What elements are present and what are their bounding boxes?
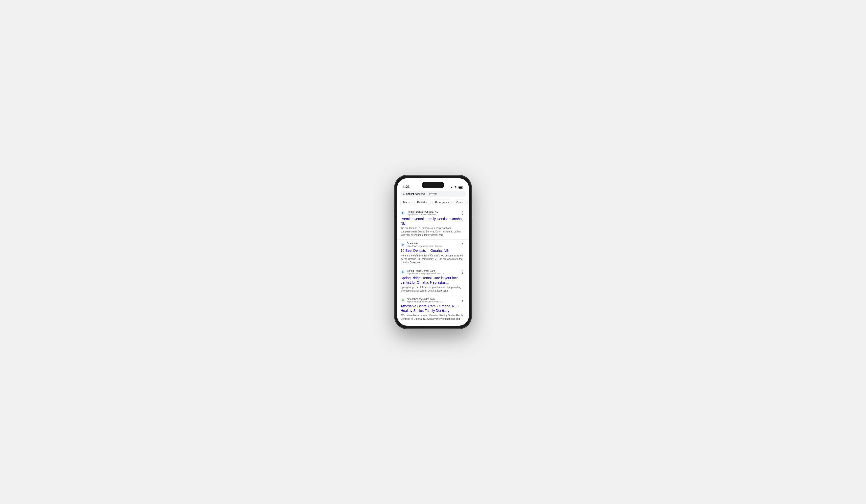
result-header: S Spring Ridge Dental Care https://www.s… [401,270,465,275]
result-title[interactable]: Affordable Dental Care - Omaha, NE - Hea… [401,304,465,313]
site-info: S Spring Ridge Dental Care https://www.s… [401,270,445,275]
result-description: Affordable dental care is offered at Hea… [401,314,465,321]
site-url: https://omahahealthysmiles.com · f... [407,301,443,303]
battery-icon [458,186,464,189]
result-title[interactable]: Premier Dental: Family Dentist | Omaha, … [401,217,465,225]
result-item-r1: P Premier Dental | Omaha, NE https://www… [397,208,469,240]
status-time: 4:21 [402,184,410,189]
favicon: H [401,298,405,302]
result-title[interactable]: Spring Ridge Dental Care is your local d… [401,276,465,285]
lock-icon [402,193,405,195]
phone-screen: 4:21 [397,178,469,326]
filter-chip-open[interactable]: Open [453,200,466,205]
site-url: https://www.opencare.com · dentists [407,245,442,247]
address-url: dentist.near me — Private [406,192,464,195]
result-description: We are Omaha, NE's home of exceptional a… [401,226,465,237]
filter-chip-maps[interactable]: Maps [400,200,413,205]
site-name: Spring Ridge Dental Care [407,270,445,272]
result-header: O Opencare https://www.opencare.com · de… [401,242,465,247]
result-title[interactable]: 10 Best Dentists in Omaha, NE [401,248,465,253]
favicon-letter: P [402,212,403,214]
result-header: P Premier Dental | Omaha, NE https://www… [401,211,465,216]
site-url: https://www.premiersmile.com [407,213,438,216]
address-bar[interactable]: dentist.near me — Private [397,190,469,199]
result-item-r3: S Spring Ridge Dental Care https://www.s… [397,267,469,295]
favicon-letter: H [402,299,404,301]
result-item-r2: O Opencare https://www.opencare.com · de… [397,240,469,267]
filter-chip-omaha[interactable]: Omaha [467,200,469,205]
more-options-button[interactable]: ⋮ [459,270,465,275]
site-url: https://www.springridgedentalcare.com [407,272,445,275]
site-name-url: Spring Ridge Dental Care https://www.spr… [407,270,445,275]
search-results: P Premier Dental | Omaha, NE https://www… [397,207,469,326]
site-name: omahahealthysmiles.com [407,298,443,301]
favicon-letter: O [402,244,403,246]
site-name: Opencare [407,242,442,245]
power-button [471,205,472,217]
site-name-url: omahahealthysmiles.com https://omahaheal… [407,298,443,303]
status-icons [451,186,464,189]
volume-button [394,210,395,217]
result-header: H omahahealthysmiles.com https://omahahe… [401,298,465,303]
result-description: Spring Ridge Dental Care is your local d… [401,285,465,293]
favicon: S [401,270,405,274]
site-name-url: Opencare https://www.opencare.com · dent… [407,242,442,247]
svg-rect-1 [459,187,462,188]
phone-device: 4:21 [395,175,471,329]
more-options-button[interactable]: ⋮ [459,242,465,247]
filter-chip-pediatric[interactable]: Pediatric [414,200,431,205]
favicon: O [401,243,405,247]
filter-chip-emergency[interactable]: Emergency [432,200,452,205]
result-description: Here is the definitive list of Omaha's t… [401,254,465,264]
location-icon [451,187,453,189]
filter-chips-container: MapsPediatricEmergencyOpenOmaha [397,199,469,207]
favicon: P [401,211,405,215]
site-info: O Opencare https://www.opencare.com · de… [401,242,442,247]
more-options-button[interactable]: ⋮ [459,298,465,303]
favicon-letter: S [402,271,403,273]
dynamic-island [422,182,444,188]
wifi-icon [454,186,457,189]
site-name: Premier Dental | Omaha, NE [407,211,438,213]
site-info: P Premier Dental | Omaha, NE https://www… [401,211,438,216]
more-options-button[interactable]: ⋮ [459,211,465,215]
site-info: H omahahealthysmiles.com https://omahahe… [401,298,443,303]
svg-rect-2 [463,187,464,188]
result-item-r4: H omahahealthysmiles.com https://omahahe… [397,295,469,324]
site-name-url: Premier Dental | Omaha, NE https://www.p… [407,211,438,216]
